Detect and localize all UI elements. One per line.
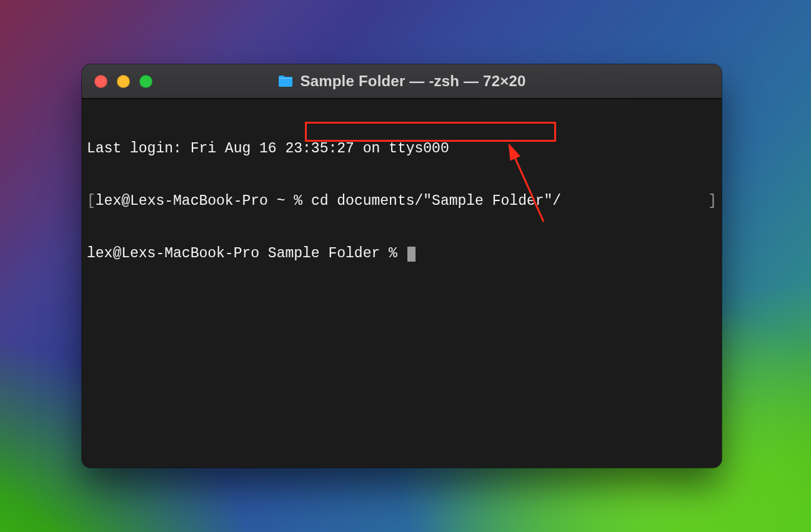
prompt-right-bracket: ]: [708, 192, 717, 210]
close-button[interactable]: [94, 75, 107, 88]
minimize-button[interactable]: [117, 75, 130, 88]
terminal-line-command: [lex@Lexs-MacBook-Pro ~ % cd documents/"…: [87, 192, 717, 210]
terminal-prompt-1: lex@Lexs-MacBook-Pro ~ %: [96, 193, 311, 209]
window-controls: [94, 75, 152, 88]
terminal-command-text: cd documents/"Sample Folder"/: [311, 193, 561, 209]
terminal-cursor: [407, 247, 415, 262]
folder-icon: [277, 74, 294, 88]
maximize-button[interactable]: [139, 75, 152, 88]
annotation-highlight-box: [305, 122, 556, 142]
terminal-body[interactable]: Last login: Fri Aug 16 23:35:27 on ttys0…: [82, 99, 722, 468]
prompt-left-bracket: [: [87, 193, 96, 209]
terminal-line-prompt-2: lex@Lexs-MacBook-Pro Sample Folder %: [87, 245, 717, 262]
terminal-prompt-2: lex@Lexs-MacBook-Pro Sample Folder %: [87, 245, 406, 262]
window-title-container: Sample Folder — -zsh — 72×20: [82, 72, 722, 90]
window-title: Sample Folder — -zsh — 72×20: [300, 72, 525, 90]
titlebar[interactable]: Sample Folder — -zsh — 72×20: [82, 64, 722, 99]
terminal-line-last-login: Last login: Fri Aug 16 23:35:27 on ttys0…: [87, 140, 717, 157]
